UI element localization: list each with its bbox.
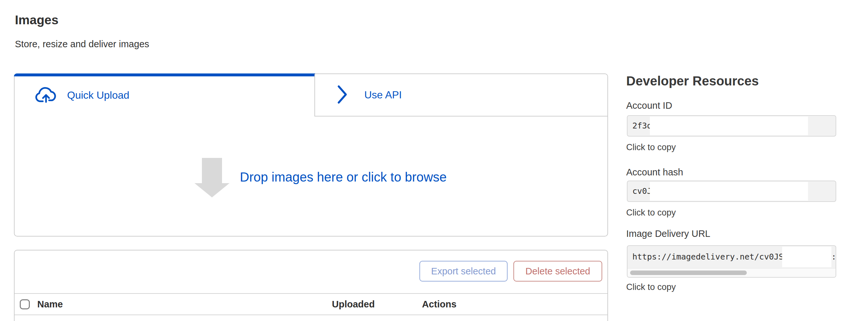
redaction-overlay xyxy=(650,116,808,135)
down-arrow-icon xyxy=(194,183,229,198)
account-id-field[interactable]: 2f3d xyxy=(627,115,836,137)
tab-use-api-label: Use API xyxy=(364,89,402,101)
account-hash-value: cv0J xyxy=(632,181,652,201)
chevron-right-icon xyxy=(337,85,347,106)
tab-use-api[interactable]: Use API xyxy=(314,74,608,116)
account-hash-copy-hint: Click to copy xyxy=(626,208,676,218)
image-delivery-url-tail: : xyxy=(831,246,836,268)
page-title: Images xyxy=(15,13,58,27)
delete-selected-button[interactable]: Delete selected xyxy=(514,261,602,282)
horizontal-scrollbar-thumb[interactable] xyxy=(630,271,747,275)
upload-panel: Quick Upload Use API Drop images here or… xyxy=(14,73,608,237)
export-selected-button[interactable]: Export selected xyxy=(420,261,507,282)
dropzone-label: Drop images here or click to browse xyxy=(240,170,447,184)
column-header-name: Name xyxy=(37,299,63,310)
account-id-label: Account ID xyxy=(626,100,672,111)
column-header-actions: Actions xyxy=(422,299,456,310)
image-delivery-url-value: https://imagedelivery.net/cv0JSj xyxy=(632,246,788,268)
down-arrow-icon xyxy=(202,158,222,183)
account-hash-field[interactable]: cv0J xyxy=(627,181,836,202)
table-header-row: Name Uploaded Actions xyxy=(14,294,608,315)
column-header-uploaded: Uploaded xyxy=(332,299,375,310)
tab-quick-upload-label: Quick Upload xyxy=(67,89,129,101)
image-delivery-url-copy-hint: Click to copy xyxy=(626,282,676,292)
image-delivery-url-field[interactable]: https://imagedelivery.net/cv0JSj : xyxy=(627,245,836,278)
table-toolbar: Export selected Delete selected xyxy=(14,250,608,294)
account-id-value: 2f3d xyxy=(632,116,652,136)
account-id-copy-hint: Click to copy xyxy=(626,142,676,152)
sidebar-heading: Developer Resources xyxy=(626,74,759,88)
developer-resources-sidebar: Developer Resources Account ID 2f3d Clic… xyxy=(626,0,853,321)
images-table-panel: Export selected Delete selected Name Upl… xyxy=(14,250,608,321)
account-hash-label: Account hash xyxy=(626,167,683,178)
image-dropzone[interactable]: Drop images here or click to browse xyxy=(14,116,608,236)
image-delivery-url-label: Image Delivery URL xyxy=(626,228,710,239)
tab-quick-upload[interactable]: Quick Upload xyxy=(14,74,314,116)
horizontal-scrollbar-track xyxy=(627,268,836,277)
select-all-checkbox[interactable] xyxy=(20,299,30,309)
page-subtitle: Store, resize and deliver images xyxy=(15,39,149,49)
redaction-overlay xyxy=(650,182,808,201)
redaction-overlay xyxy=(782,247,831,267)
cloud-upload-icon xyxy=(35,87,57,104)
